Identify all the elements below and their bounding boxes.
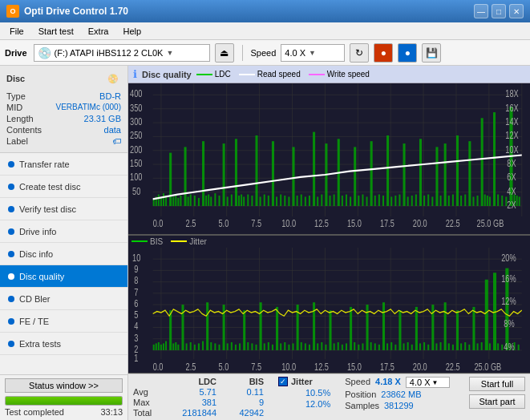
stats-ldc-header: LDC [164, 377, 216, 386]
start-full-button[interactable]: Start full [469, 377, 525, 391]
disc-button2[interactable]: ● [398, 43, 417, 63]
svg-text:7: 7 [134, 286, 138, 297]
svg-rect-49 [241, 195, 242, 206]
svg-rect-203 [280, 343, 281, 350]
svg-text:14X: 14X [505, 115, 519, 127]
speed-label: Speed [251, 48, 277, 58]
menu-help[interactable]: Help [116, 25, 148, 38]
legend-bis-label: BIS [150, 237, 163, 246]
svg-rect-245 [452, 344, 454, 349]
close-button[interactable]: ✕ [509, 4, 524, 18]
svg-rect-25 [160, 198, 162, 206]
svg-rect-182 [194, 344, 196, 349]
main-area: Disc 📀 Type BD-R MID VERBATIMc (000) Len… [0, 66, 530, 420]
svg-rect-43 [218, 196, 220, 206]
svg-text:12%: 12% [501, 295, 516, 306]
svg-rect-30 [175, 195, 176, 206]
svg-rect-113 [497, 195, 499, 206]
svg-rect-104 [464, 195, 466, 206]
svg-rect-185 [206, 302, 208, 350]
speed-row: Speed 4.18 X 4.0 X ▼ [345, 377, 450, 388]
svg-rect-90 [407, 196, 409, 206]
legend-ldc-color [196, 74, 212, 75]
sidebar: Disc 📀 Type BD-R MID VERBATIMc (000) Len… [0, 66, 128, 420]
svg-rect-171 [158, 342, 160, 350]
save-button[interactable]: 💾 [422, 43, 441, 63]
svg-rect-48 [238, 196, 240, 206]
disc-icon-button[interactable]: 📀 [105, 71, 121, 87]
stats-avg-ldc: 5.71 [164, 387, 216, 397]
samples-label: Samples [345, 401, 379, 410]
legend-jitter-label: Jitter [189, 237, 207, 246]
svg-rect-63 [297, 196, 298, 206]
svg-rect-56 [268, 196, 269, 206]
svg-rect-33 [184, 147, 187, 206]
nav-fe-te-label: FE / TE [19, 317, 49, 326]
svg-text:10X: 10X [505, 143, 519, 155]
drive-selector[interactable]: 💿 (F:) ATAPI iHBS112 2 CL0K ▼ [34, 44, 210, 62]
svg-rect-44 [223, 143, 225, 206]
nav-transfer-rate[interactable]: Transfer rate [0, 153, 127, 176]
svg-rect-66 [309, 196, 310, 206]
svg-text:5.0: 5.0 [218, 217, 229, 228]
disc-label-value: 🏷 [112, 136, 121, 146]
svg-rect-214 [325, 344, 326, 349]
nav-drive-info[interactable]: Drive info [0, 220, 127, 243]
minimize-button[interactable]: — [474, 4, 488, 18]
nav-fe-te[interactable]: FE / TE [0, 310, 127, 333]
svg-rect-65 [305, 196, 306, 206]
svg-rect-110 [487, 196, 488, 206]
action-buttons: Start full Start part [469, 377, 525, 409]
refresh-button[interactable]: ↻ [350, 43, 369, 63]
svg-text:4X: 4X [507, 185, 516, 196]
svg-rect-254 [489, 343, 491, 350]
legend-write-speed: Write speed [309, 70, 370, 79]
chart-header: ℹ Disc quality LDC Read speed Write spee… [128, 66, 530, 83]
start-part-button[interactable]: Start part [469, 394, 525, 409]
speed-selector-stat[interactable]: 4.0 X ▼ [406, 377, 450, 388]
svg-text:6X: 6X [507, 172, 516, 183]
svg-text:20.0: 20.0 [413, 361, 427, 373]
menu-extra[interactable]: Extra [82, 25, 115, 38]
nav-disc-info[interactable]: Disc info [0, 243, 127, 265]
svg-rect-197 [255, 344, 257, 349]
svg-rect-35 [190, 195, 192, 206]
nav-create-test-disc[interactable]: Create test disc [0, 176, 127, 198]
nav-cd-bler[interactable]: CD Bler [0, 288, 127, 310]
svg-rect-86 [390, 196, 392, 206]
eject-button[interactable]: ⏏ [215, 43, 234, 63]
svg-rect-190 [227, 343, 229, 350]
menu-start-test[interactable]: Start test [32, 25, 80, 38]
status-window-button[interactable]: Status window >> [5, 378, 123, 393]
toolbar: Drive 💿 (F:) ATAPI iHBS112 2 CL0K ▼ ⏏ Sp… [0, 40, 530, 66]
stats-header-row: LDC BIS [133, 377, 264, 386]
svg-rect-81 [370, 141, 373, 206]
maximize-button[interactable]: □ [492, 4, 506, 18]
menu-file[interactable]: File [3, 25, 30, 38]
nav-disc-quality[interactable]: Disc quality [0, 265, 127, 288]
disc-button1[interactable]: ● [374, 43, 393, 63]
legend-bis-color [131, 240, 148, 242]
svg-rect-67 [313, 132, 315, 206]
nav-verify-test-disc[interactable]: Verify test disc [0, 198, 127, 220]
main-content: ℹ Disc quality LDC Read speed Write spee… [128, 66, 530, 420]
svg-text:16%: 16% [501, 273, 516, 284]
svg-rect-24 [158, 195, 160, 206]
status-text: Test completed [5, 407, 64, 417]
bottom-chart: 10 9 8 7 6 5 4 3 2 1 20% 16% 12% 8% 4% 0… [128, 248, 530, 374]
jitter-checkbox[interactable]: ✓ [278, 377, 288, 386]
speed-selector[interactable]: 4.0 X ▼ [281, 44, 345, 62]
svg-rect-216 [334, 343, 335, 350]
svg-rect-183 [198, 343, 200, 350]
svg-text:10.0: 10.0 [281, 361, 296, 373]
drive-name: (F:) ATAPI iHBS112 2 CL0K [55, 48, 164, 58]
jitter-avg-label [278, 388, 302, 398]
svg-rect-50 [243, 196, 245, 206]
svg-rect-237 [419, 343, 421, 350]
disc-type-row: Type BD-R [6, 91, 121, 101]
nav-extra-tests[interactable]: Extra tests [0, 333, 127, 355]
svg-rect-173 [163, 343, 164, 350]
samples-row: Samples 381299 [345, 401, 450, 410]
svg-rect-204 [284, 342, 285, 350]
legend-ldc-label: LDC [215, 70, 231, 79]
